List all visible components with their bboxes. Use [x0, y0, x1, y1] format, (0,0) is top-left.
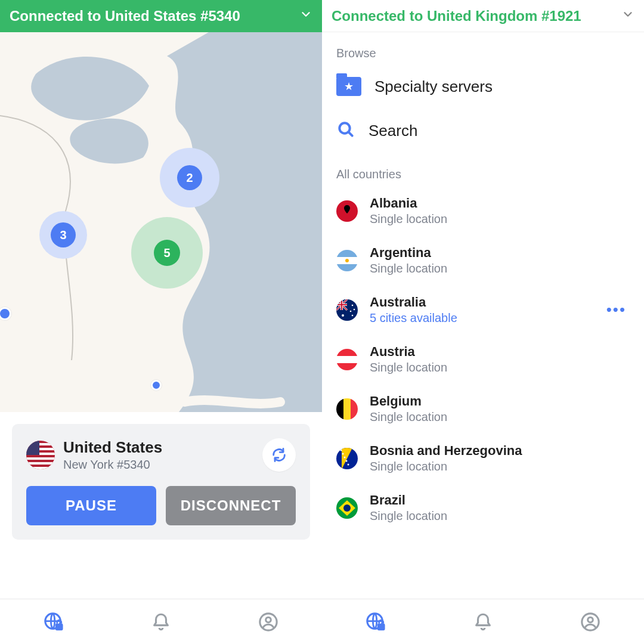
- svg-point-18: [345, 259, 349, 262]
- map-cluster[interactable]: 5: [131, 217, 203, 289]
- search-label: Search: [369, 122, 417, 140]
- globe-lock-icon: [366, 612, 386, 632]
- nav-tab-notifications[interactable]: [107, 599, 215, 644]
- country-name: Brazil: [370, 493, 447, 508]
- flag-icon: [336, 299, 358, 321]
- connection-status-bar[interactable]: Connected to United Kingdom #1921: [322, 0, 644, 32]
- svg-rect-5: [26, 457, 55, 460]
- country-row[interactable]: Albania Single location: [322, 186, 644, 236]
- section-header-browse: Browse: [322, 32, 644, 65]
- nav-tab-vpn[interactable]: [322, 599, 429, 644]
- bell-icon: [151, 612, 171, 632]
- country-sub: Single location: [370, 509, 447, 523]
- map-cluster-count: 5: [154, 240, 180, 266]
- svg-point-37: [348, 463, 349, 465]
- country-row[interactable]: Australia 5 cities available •••: [322, 285, 644, 335]
- svg-rect-7: [26, 467, 55, 469]
- svg-point-21: [352, 304, 354, 306]
- connection-status-text: Connected to United States #5340: [10, 8, 240, 24]
- flag-icon: [336, 200, 358, 222]
- svg-rect-26: [336, 349, 358, 356]
- country-name: Belgium: [370, 394, 447, 409]
- connected-location: New York #5340: [63, 458, 254, 472]
- svg-rect-28: [336, 363, 358, 370]
- screen-country-list: Connected to United Kingdom #1921 Browse…: [322, 0, 644, 644]
- country-sub: Single location: [370, 212, 447, 226]
- flag-icon: [336, 398, 358, 420]
- map-panel[interactable]: 235: [0, 32, 322, 412]
- search-row[interactable]: Search: [322, 108, 644, 153]
- nav-tab-notifications[interactable]: [429, 599, 537, 644]
- map-cluster[interactable]: 2: [160, 148, 219, 208]
- account-icon: [580, 612, 600, 632]
- country-name: Australia: [370, 295, 457, 310]
- bell-icon: [473, 612, 493, 632]
- svg-point-36: [346, 460, 348, 462]
- flag-icon: [336, 448, 358, 469]
- country-row[interactable]: Argentina Single location: [322, 236, 644, 285]
- country-sub: Single location: [370, 410, 447, 424]
- svg-point-43: [588, 617, 593, 623]
- map-cluster[interactable]: 3: [39, 211, 87, 259]
- country-name: Albania: [370, 196, 447, 211]
- specialty-servers-label: Specialty servers: [374, 78, 493, 96]
- nav-tab-account[interactable]: [537, 599, 644, 644]
- country-row[interactable]: Brazil Single location: [322, 483, 644, 532]
- country-list: Albania Single location Argentina Single…: [322, 186, 644, 532]
- map-cluster-count: 2: [177, 165, 202, 190]
- connection-status-bar[interactable]: Connected to United States #5340: [0, 0, 322, 32]
- specialty-servers-row[interactable]: ★ Specialty servers: [322, 65, 644, 108]
- svg-point-12: [266, 617, 271, 623]
- country-row[interactable]: Austria Single location: [322, 335, 644, 384]
- svg-rect-10: [55, 623, 63, 630]
- country-row[interactable]: Bosnia and Herzegovina Single location: [322, 434, 644, 483]
- nav-tab-account[interactable]: [215, 599, 322, 644]
- refresh-button[interactable]: [262, 438, 296, 472]
- flag-icon: [336, 497, 358, 519]
- svg-point-35: [344, 456, 346, 458]
- country-name: Austria: [370, 344, 447, 360]
- svg-point-23: [350, 310, 352, 312]
- svg-rect-31: [351, 398, 358, 420]
- account-icon: [258, 612, 278, 632]
- country-row[interactable]: Belgium Single location: [322, 384, 644, 434]
- chevron-down-icon: [299, 8, 312, 24]
- folder-star-icon: ★: [336, 77, 361, 96]
- svg-rect-15: [336, 250, 358, 257]
- country-sub: Single location: [370, 361, 447, 374]
- country-sub: 5 cities available: [370, 311, 457, 325]
- us-flag-icon: [26, 441, 55, 469]
- refresh-icon: [271, 447, 287, 463]
- svg-point-22: [354, 308, 355, 310]
- chevron-down-icon: [621, 8, 634, 24]
- country-sub: Single location: [370, 262, 447, 275]
- section-header-countries: All countries: [322, 153, 644, 186]
- flag-icon: [336, 349, 358, 370]
- svg-rect-6: [26, 462, 55, 465]
- disconnect-button[interactable]: DISCONNECT: [166, 486, 296, 525]
- svg-point-25: [342, 314, 344, 317]
- globe-lock-icon: [44, 612, 64, 632]
- connection-status-text: Connected to United Kingdom #1921: [332, 8, 581, 24]
- svg-point-39: [343, 504, 351, 512]
- svg-rect-17: [336, 264, 358, 271]
- svg-rect-41: [377, 623, 385, 630]
- connected-country: United States: [63, 438, 254, 457]
- svg-point-34: [342, 453, 344, 454]
- bottom-nav: [0, 599, 322, 644]
- map-server-dot[interactable]: [151, 380, 162, 391]
- more-options-button[interactable]: •••: [606, 301, 630, 319]
- nav-tab-vpn[interactable]: [0, 599, 107, 644]
- pause-button[interactable]: PAUSE: [26, 486, 156, 525]
- country-name: Argentina: [370, 245, 447, 261]
- connection-card: United States New York #5340 PAUSE DISCO…: [12, 424, 310, 540]
- country-name: Bosnia and Herzegovina: [370, 443, 522, 459]
- svg-point-24: [352, 314, 354, 316]
- bottom-nav: [322, 599, 644, 644]
- connection-card-area: United States New York #5340 PAUSE DISCO…: [0, 412, 322, 540]
- svg-rect-29: [336, 398, 343, 420]
- country-sub: Single location: [370, 460, 522, 473]
- svg-rect-27: [336, 356, 358, 363]
- map-cluster-count: 3: [51, 222, 76, 247]
- search-icon: [336, 120, 355, 141]
